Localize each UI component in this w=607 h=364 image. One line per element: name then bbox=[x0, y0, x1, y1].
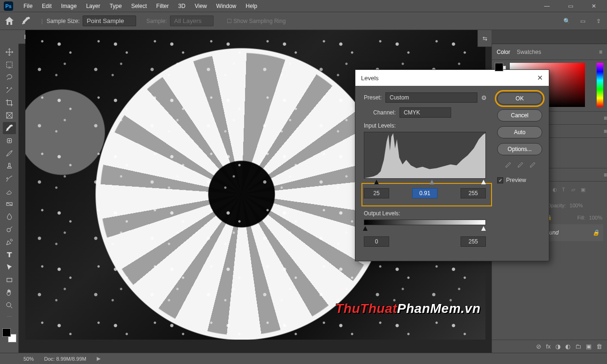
black-eyedropper-icon[interactable] bbox=[504, 162, 511, 169]
brush-tool[interactable] bbox=[3, 147, 16, 159]
search-icon[interactable]: 🔍 bbox=[562, 18, 571, 24]
auto-button[interactable]: Auto bbox=[497, 126, 542, 138]
gamma-slider[interactable] bbox=[430, 180, 434, 184]
menu-help[interactable]: Help bbox=[241, 3, 262, 9]
sample-size-dropdown[interactable]: Point Sample bbox=[83, 15, 136, 26]
trash-icon[interactable]: 🗑 bbox=[596, 343, 602, 350]
out-black-slider[interactable] bbox=[363, 226, 368, 231]
swatches-panel-tab[interactable]: Swatches bbox=[517, 49, 541, 55]
panel-menu-icon[interactable]: ≡ bbox=[599, 49, 602, 55]
sample-size-label: Sample Size: bbox=[46, 18, 80, 24]
close-button[interactable]: ✕ bbox=[584, 1, 603, 11]
panel-menu-icon[interactable]: ≡ bbox=[604, 115, 607, 121]
channel-dropdown[interactable]: CMYK bbox=[400, 107, 451, 118]
panel-menu-icon[interactable]: ≡ bbox=[604, 172, 607, 178]
options-button[interactable]: Options... bbox=[497, 143, 542, 155]
output-white-field[interactable] bbox=[461, 236, 486, 247]
stamp-tool[interactable] bbox=[3, 160, 16, 172]
black-point-slider[interactable] bbox=[374, 180, 379, 184]
menu-view[interactable]: View bbox=[190, 3, 212, 9]
white-eyedropper-icon[interactable] bbox=[528, 162, 536, 169]
healing-tool[interactable] bbox=[3, 135, 16, 147]
eraser-tool[interactable] bbox=[3, 185, 16, 197]
histogram[interactable] bbox=[364, 132, 486, 179]
status-menu-icon[interactable]: ▶ bbox=[97, 356, 100, 362]
menu-window[interactable]: Window bbox=[212, 3, 241, 9]
magic-wand-tool[interactable] bbox=[3, 84, 16, 96]
collapse-panels-icon[interactable]: ⇆ bbox=[477, 30, 492, 47]
zoom-level[interactable]: 50% bbox=[23, 356, 34, 362]
move-tool[interactable] bbox=[3, 46, 16, 58]
toolbox-more-icon[interactable]: ⋯ bbox=[7, 314, 12, 319]
preset-dropdown[interactable]: Custom bbox=[385, 92, 477, 103]
menu-select[interactable]: Select bbox=[126, 3, 151, 9]
filter-shape-icon[interactable]: ▱ bbox=[571, 187, 578, 193]
cancel-button[interactable]: Cancel bbox=[497, 109, 542, 121]
hand-tool[interactable] bbox=[3, 287, 16, 299]
output-gradient[interactable] bbox=[364, 220, 486, 225]
ok-button[interactable]: OK bbox=[497, 92, 542, 105]
svg-rect-5 bbox=[7, 278, 12, 282]
adjustment-layer-icon[interactable]: ◐ bbox=[565, 343, 570, 350]
opacity-value[interactable]: 100% bbox=[569, 203, 583, 208]
fx-icon[interactable]: fx bbox=[546, 343, 551, 350]
menu-filter[interactable]: Filter bbox=[152, 3, 174, 9]
input-slider[interactable] bbox=[364, 181, 486, 185]
menu-layer[interactable]: Layer bbox=[81, 3, 105, 9]
menu-3d[interactable]: 3D bbox=[173, 3, 190, 9]
type-tool[interactable] bbox=[3, 249, 16, 261]
gradient-tool[interactable] bbox=[3, 198, 16, 210]
preset-label: Preset: bbox=[364, 94, 382, 101]
history-brush-tool[interactable] bbox=[3, 173, 16, 185]
home-icon[interactable] bbox=[4, 15, 15, 27]
dialog-titlebar[interactable]: Levels ✕ bbox=[355, 70, 549, 86]
link-layers-icon[interactable]: ⊘ bbox=[536, 343, 541, 350]
blur-tool[interactable] bbox=[3, 211, 16, 223]
toolbox: ⋯ bbox=[0, 44, 19, 353]
preview-checkbox[interactable]: ✓Preview bbox=[497, 177, 542, 183]
input-black-field[interactable] bbox=[364, 188, 389, 198]
output-black-field[interactable] bbox=[364, 236, 389, 247]
foreground-background-swatch[interactable] bbox=[2, 328, 16, 342]
pen-tool[interactable] bbox=[3, 236, 16, 248]
toolbox-flyout-icon[interactable]: » bbox=[0, 60, 19, 74]
group-icon[interactable]: 🗀 bbox=[575, 343, 581, 350]
zoom-tool[interactable] bbox=[3, 299, 16, 311]
menu-image[interactable]: Image bbox=[56, 3, 81, 9]
input-gamma-field[interactable] bbox=[412, 188, 438, 198]
levels-dialog: Levels ✕ Preset: Custom ⚙ Channel: CMYK … bbox=[355, 69, 549, 261]
minimize-button[interactable]: — bbox=[538, 1, 556, 11]
menu-edit[interactable]: Edit bbox=[37, 3, 56, 9]
filter-adjust-icon[interactable]: ◐ bbox=[553, 187, 559, 193]
rectangle-tool[interactable] bbox=[3, 274, 16, 286]
doc-size[interactable]: Doc: 8.99M/8.99M bbox=[44, 356, 86, 362]
new-layer-icon[interactable]: ▣ bbox=[586, 343, 592, 350]
filter-smart-icon[interactable]: ▣ bbox=[581, 187, 587, 193]
out-white-slider[interactable] bbox=[481, 226, 486, 231]
app-logo-icon: Ps bbox=[4, 1, 13, 11]
fill-value[interactable]: 100% bbox=[589, 215, 602, 220]
mask-icon[interactable]: ◑ bbox=[555, 343, 561, 350]
input-levels-label: Input Levels: bbox=[364, 122, 490, 129]
share-icon[interactable]: ⇪ bbox=[594, 18, 603, 24]
frame-tool[interactable] bbox=[3, 109, 16, 121]
menu-file[interactable]: File bbox=[19, 3, 37, 9]
close-dialog-icon[interactable]: ✕ bbox=[537, 74, 543, 82]
crop-tool[interactable] bbox=[3, 97, 16, 109]
panel-menu-icon[interactable]: ≡ bbox=[604, 128, 607, 135]
path-select-tool[interactable] bbox=[3, 261, 16, 273]
input-white-field[interactable] bbox=[461, 188, 486, 198]
workspace-icon[interactable]: ▭ bbox=[578, 18, 587, 24]
dodge-tool[interactable] bbox=[3, 223, 16, 235]
menu-type[interactable]: Type bbox=[105, 3, 126, 9]
output-slider[interactable] bbox=[364, 227, 486, 232]
filter-type-icon[interactable]: T bbox=[562, 187, 569, 193]
preset-menu-icon[interactable]: ⚙ bbox=[481, 94, 487, 101]
show-sampling-ring-checkbox[interactable]: Show Sampling Ring bbox=[233, 18, 285, 24]
gray-eyedropper-icon[interactable] bbox=[516, 162, 523, 169]
eyedropper-tool[interactable] bbox=[3, 122, 16, 134]
maximize-button[interactable]: ▭ bbox=[561, 1, 580, 11]
color-panel-tab[interactable]: Color bbox=[497, 49, 510, 55]
white-point-slider[interactable] bbox=[481, 180, 486, 184]
window-controls: — ▭ ✕ bbox=[538, 1, 603, 11]
